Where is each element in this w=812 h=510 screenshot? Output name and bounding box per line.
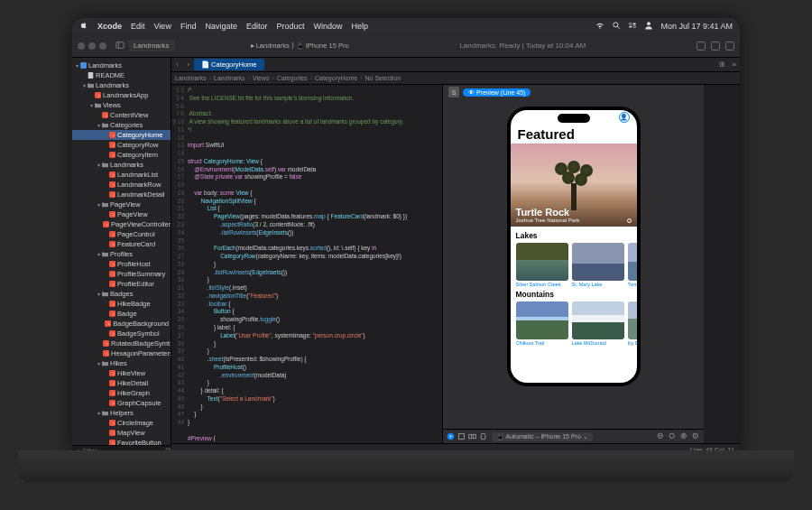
- app-menu[interactable]: Xcode: [97, 22, 122, 31]
- tree-item-badgesymbol[interactable]: BadgeSymbol: [72, 329, 171, 338]
- swift-icon: [103, 340, 109, 348]
- tree-item-circleimage[interactable]: CircleImage: [72, 418, 171, 428]
- zoom-in-icon[interactable]: [680, 432, 688, 441]
- landmark-card[interactable]: Lake McDonald: [572, 301, 624, 346]
- tree-item-pagecontrol[interactable]: PageControl: [72, 229, 171, 239]
- tree-item-landmarks[interactable]: ▾Landmarks: [72, 80, 171, 90]
- sidebar-toggle-icon[interactable]: [115, 41, 125, 51]
- menu-edit[interactable]: Edit: [131, 22, 145, 31]
- scheme-selector[interactable]: Landmarks: [128, 40, 175, 51]
- preview-badge[interactable]: 👁 Preview (Line 45): [463, 88, 531, 97]
- source-editor[interactable]: 1 2 3 4 5 6 7 8 9 10 11 12 13 14 15 16 1…: [171, 85, 442, 443]
- active-tab[interactable]: 📄 CategoryHome: [194, 59, 264, 70]
- featured-hero[interactable]: Turtle Rock Joshua Tree National Park: [511, 144, 637, 227]
- editor-options-icon[interactable]: [711, 42, 720, 51]
- control-center-icon[interactable]: [628, 21, 637, 32]
- jumpbar-segment[interactable]: Landmarks: [175, 75, 207, 81]
- nav-back-icon[interactable]: ‹: [171, 60, 183, 69]
- editor-options-icon[interactable]: ≡: [729, 60, 740, 69]
- nav-forward-icon[interactable]: ›: [183, 60, 195, 69]
- tree-item-landmarklist[interactable]: LandmarkList: [72, 170, 171, 180]
- tree-item-landmarkdetail[interactable]: LandmarkDetail: [72, 190, 171, 199]
- menu-editor[interactable]: Editor: [246, 22, 268, 31]
- search-icon[interactable]: [612, 21, 621, 32]
- tree-item-pageviewcontroller[interactable]: PageViewController: [72, 219, 171, 229]
- menu-find[interactable]: Find: [180, 22, 197, 31]
- folder-icon: [101, 251, 108, 258]
- tree-item-rotatedbadgesymbol[interactable]: RotatedBadgeSymbol: [72, 338, 171, 348]
- menu-window[interactable]: Window: [313, 22, 342, 31]
- jumpbar-segment[interactable]: No Selection: [364, 75, 401, 81]
- jumpbar-segment[interactable]: Categories: [277, 75, 308, 81]
- jumpbar-segment[interactable]: Landmarks: [214, 75, 245, 81]
- tree-item-mapview[interactable]: MapView: [72, 428, 171, 438]
- selectable-preview-icon[interactable]: [457, 432, 466, 441]
- tree-item-badgebackground[interactable]: BadgeBackground: [72, 319, 171, 329]
- tree-item-landmarksapp[interactable]: LandmarksApp: [72, 90, 171, 100]
- tree-item-helpers[interactable]: ▾Helpers: [72, 408, 171, 418]
- jump-bar[interactable]: Landmarks›Landmarks›Views›Categories›Cat…: [171, 72, 740, 85]
- run-destination[interactable]: ▸ Landmarks ⟩ 📱 iPhone 15 Pro: [251, 42, 349, 50]
- category-row[interactable]: Silver Salmon CreekSt. Mary LakeTwin Lak…: [511, 241, 637, 289]
- tree-item-landmarkrow[interactable]: LandmarkRow: [72, 180, 171, 190]
- inspectors-toggle-icon[interactable]: [725, 42, 734, 51]
- zoom-fit-icon[interactable]: [669, 432, 677, 441]
- tree-item-graphcapsule[interactable]: GraphCapsule: [72, 398, 171, 408]
- window-controls[interactable]: [78, 42, 106, 50]
- landmark-card[interactable]: Chilkoot Trail: [516, 301, 568, 346]
- tree-item-categories[interactable]: ▾Categories: [72, 120, 171, 130]
- tree-item-profileeditor[interactable]: ProfileEditor: [72, 279, 171, 289]
- apple-icon[interactable]: [79, 21, 88, 32]
- tree-item-pageview[interactable]: ▾PageView: [72, 199, 171, 209]
- library-icon[interactable]: [697, 42, 706, 51]
- tree-item-categoryrow[interactable]: CategoryRow: [72, 140, 171, 150]
- pin-icon[interactable]: S: [448, 87, 459, 97]
- menu-product[interactable]: Product: [276, 22, 304, 31]
- variants-icon[interactable]: [468, 432, 476, 441]
- user-icon[interactable]: [644, 21, 653, 32]
- profile-icon[interactable]: 👤: [619, 112, 630, 123]
- zoom-actual-icon[interactable]: 1: [692, 432, 700, 441]
- jumpbar-segment[interactable]: Views: [253, 75, 270, 81]
- tree-item-profilesummary[interactable]: ProfileSummary: [72, 269, 171, 279]
- tree-item-badges[interactable]: ▾Badges: [72, 289, 171, 299]
- app-preview[interactable]: 👤 Featured Turtle Rock Joshua: [511, 110, 637, 383]
- tree-item-hikegraph[interactable]: HikeGraph: [72, 388, 171, 398]
- tree-item-hikes[interactable]: ▾Hikes: [72, 358, 171, 368]
- category-row[interactable]: Chilkoot TrailLake McDonaldIcy Bay: [511, 300, 637, 348]
- landmark-card[interactable]: Twin Lake: [628, 243, 637, 287]
- tree-item-landmarks[interactable]: ▾Landmarks: [72, 160, 171, 170]
- tree-item-hikedetail[interactable]: HikeDetail: [72, 378, 171, 388]
- device-settings-icon[interactable]: [479, 432, 487, 441]
- wifi-icon[interactable]: [595, 21, 604, 32]
- tree-item-hikebadge[interactable]: HikeBadge: [72, 299, 171, 309]
- tree-item-badge[interactable]: Badge: [72, 309, 171, 319]
- tree-item-readme[interactable]: README: [72, 70, 171, 80]
- tree-item-profiles[interactable]: ▾Profiles: [72, 249, 171, 259]
- zoom-out-icon[interactable]: [657, 432, 665, 441]
- tree-item-pageview[interactable]: PageView: [72, 209, 171, 219]
- jumpbar-segment[interactable]: CategoryHome: [315, 75, 357, 81]
- tree-item-contentview[interactable]: ContentView: [72, 110, 171, 120]
- tree-item-profilehost[interactable]: ProfileHost: [72, 259, 171, 269]
- landmark-card[interactable]: Silver Salmon Creek: [516, 243, 568, 287]
- menubar-clock[interactable]: Mon Jul 17 9:41 AM: [660, 22, 733, 31]
- tree-item-favoritebutton[interactable]: FavoriteButton: [72, 438, 171, 445]
- landmark-card[interactable]: Icy Bay: [628, 301, 637, 346]
- editor-layout-icon[interactable]: ⊞: [715, 60, 729, 69]
- live-preview-icon[interactable]: [447, 432, 455, 441]
- menu-view[interactable]: View: [154, 22, 171, 31]
- tree-item-hexagonparameters[interactable]: HexagonParameters: [72, 348, 171, 358]
- tree-item-categoryhome[interactable]: CategoryHome: [72, 130, 171, 140]
- menu-help[interactable]: Help: [352, 22, 369, 31]
- tree-item-categoryitem[interactable]: CategoryItem: [72, 150, 171, 160]
- device-selector[interactable]: 📱 Automatic – iPhone 15 Pro ⌄: [492, 432, 593, 441]
- project-navigator[interactable]: ▾LandmarksREADME▾LandmarksLandmarksApp▾V…: [72, 58, 171, 445]
- tree-item-views[interactable]: ▾Views: [72, 100, 171, 110]
- tree-item-featurecard[interactable]: FeatureCard: [72, 239, 171, 249]
- menu-navigate[interactable]: Navigate: [205, 22, 237, 31]
- tree-item-landmarks[interactable]: ▾Landmarks: [72, 60, 171, 70]
- svg-rect-17: [109, 181, 115, 188]
- tree-item-hikeview[interactable]: HikeView: [72, 368, 171, 378]
- landmark-card[interactable]: St. Mary Lake: [572, 243, 624, 287]
